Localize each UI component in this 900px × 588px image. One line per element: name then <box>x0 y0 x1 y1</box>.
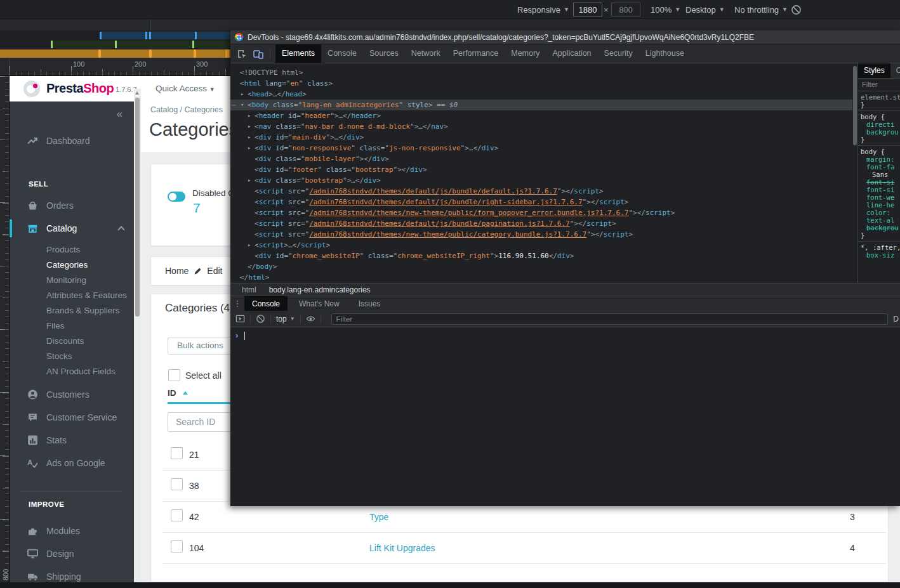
dom-breadcrumb-body[interactable]: body.lang-en.admincategories <box>269 285 371 294</box>
dom-tree-node[interactable]: ▸<header id="header">…</header> <box>230 110 852 121</box>
sidebar-item-customers[interactable]: Customers <box>10 383 134 406</box>
styles-tab-styles[interactable]: Styles <box>858 63 890 78</box>
zoom-select[interactable]: 100%▼ <box>651 0 680 19</box>
devtools-tab-elements[interactable]: Elements <box>275 44 321 63</box>
sidebar-subitem-products[interactable]: Products <box>10 242 134 258</box>
media-query-bar-blue[interactable] <box>100 32 230 39</box>
sidebar-subitem-an-product-fields[interactable]: AN Product Fields <box>10 364 134 379</box>
expand-arrow-icon[interactable]: ▸ <box>248 132 251 143</box>
devtools-tab-lighthouse[interactable]: Lighthouse <box>639 44 691 63</box>
dom-tree-node[interactable]: ▸<div class="bootstrap">…</div> <box>230 175 852 186</box>
sidebar-scrollbar[interactable] <box>134 89 141 582</box>
tab-edit[interactable]: Edit <box>207 266 222 276</box>
sidebar-collapse-button[interactable]: « <box>10 101 134 129</box>
console-messages-area[interactable]: › <box>230 327 900 506</box>
dom-tree-node[interactable]: ▸<nav class="nav-bar d-none d-md-block">… <box>230 121 852 132</box>
sidebar-item-design[interactable]: Design <box>10 542 134 565</box>
devtools-tab-performance[interactable]: Performance <box>447 44 505 63</box>
dom-tree-node[interactable]: </body> <box>230 261 852 272</box>
throttling-select[interactable]: No throttling▼ <box>734 0 788 19</box>
expand-arrow-icon[interactable]: ▸ <box>248 175 251 186</box>
create-live-expression-icon[interactable] <box>306 314 315 323</box>
prestashop-logo-icon[interactable] <box>23 81 40 97</box>
sidebar-item-dashboard[interactable]: Dashboard <box>10 129 134 152</box>
sidebar-item-stats[interactable]: Stats <box>10 429 134 452</box>
dom-tree-node[interactable]: ▸<div id="main-div">…</div> <box>230 132 852 143</box>
drawer-tab-what-s-new[interactable]: What's New <box>291 296 347 311</box>
console-filter-input[interactable]: Filter <box>331 313 889 325</box>
sidebar-subitem-brands-suppliers[interactable]: Brands & Suppliers <box>10 303 134 318</box>
styles-tab-co[interactable]: Co <box>890 63 900 78</box>
media-query-bar-green[interactable] <box>51 41 230 48</box>
elements-scrollbar[interactable] <box>852 63 857 283</box>
drawer-tab-console[interactable]: Console <box>244 296 288 311</box>
dom-tree-node[interactable]: </html> <box>230 272 852 283</box>
sidebar-item-modules[interactable]: Modules <box>10 519 134 542</box>
clear-console-icon[interactable] <box>256 314 265 323</box>
device-type-select[interactable]: Desktop▼ <box>685 0 725 19</box>
scrollbar-up-arrow-icon[interactable] <box>135 91 139 95</box>
sidebar-subitem-files[interactable]: Files <box>10 318 134 334</box>
expand-arrow-icon[interactable]: ▸ <box>248 143 251 154</box>
dom-tree-node[interactable]: <script src="/admin768stndvd/themes/new-… <box>230 207 852 218</box>
dom-tree-node[interactable]: ⋯▾<body class="lang-en admincategories" … <box>230 100 852 110</box>
devtools-tab-network[interactable]: Network <box>405 44 447 63</box>
row-checkbox[interactable] <box>171 540 183 552</box>
devtools-tab-sources[interactable]: Sources <box>363 44 405 63</box>
kebab-menu-icon[interactable]: ⋮ <box>230 299 244 308</box>
media-query-bar-orange[interactable] <box>0 49 230 58</box>
dom-tree-node[interactable]: ▸<head>…</head> <box>230 89 852 100</box>
sidebar-subitem-categories[interactable]: Categories <box>10 258 134 273</box>
breadcrumb[interactable]: Catalog / Categories <box>150 105 223 114</box>
devtools-tab-security[interactable]: Security <box>598 44 639 63</box>
javascript-context-select[interactable]: top▼ <box>276 315 295 323</box>
sidebar-subitem-stocks[interactable]: Stocks <box>10 349 134 364</box>
devtools-titlebar[interactable]: DevTools - stage69.4x4liftkits.com.au/ad… <box>230 30 900 44</box>
toggle-device-toolbar-icon[interactable] <box>253 49 263 59</box>
dom-tree-node[interactable]: <script src="/admin768stndvd/themes/defa… <box>230 218 852 229</box>
viewport-width-input[interactable]: 1880 <box>573 0 602 19</box>
devtools-tab-console[interactable]: Console <box>321 44 363 63</box>
expand-arrow-icon[interactable]: ▸ <box>248 110 251 121</box>
expand-arrow-icon[interactable]: ▸ <box>241 89 244 100</box>
sidebar-item-catalog[interactable]: Catalog <box>10 217 134 240</box>
sidebar-subitem-discounts[interactable]: Discounts <box>10 334 134 349</box>
dom-breadcrumb-html[interactable]: html <box>242 285 256 294</box>
sidebar-item-ads-on-google[interactable]: AAds on Google <box>10 452 134 474</box>
default-levels-select[interactable]: D <box>893 315 899 323</box>
dom-tree-node[interactable]: <div id="footer" class="bootstrap"></div… <box>230 164 852 175</box>
expand-arrow-icon[interactable]: ▸ <box>248 240 251 251</box>
scrollbar-thumb[interactable] <box>135 98 140 317</box>
drawer-tab-issues[interactable]: Issues <box>351 296 388 311</box>
collapse-arrow-icon[interactable]: ▾ <box>241 100 244 110</box>
dom-tree-node[interactable]: <script src="/admin768stndvd/themes/new-… <box>230 229 852 240</box>
show-console-sidebar-icon[interactable] <box>235 314 245 323</box>
sidebar-item-orders[interactable]: Orders <box>10 194 134 217</box>
no-throttling-icon[interactable] <box>791 0 802 19</box>
inspect-element-icon[interactable] <box>237 49 247 59</box>
sidebar-item-customer-service[interactable]: Customer Service <box>10 406 134 429</box>
category-link[interactable]: Type <box>369 512 388 522</box>
select-all-checkbox[interactable] <box>168 369 180 381</box>
styles-filter-input[interactable]: Filter <box>858 79 900 91</box>
disabled-categories-toggle[interactable] <box>168 192 185 202</box>
expand-arrow-icon[interactable]: ▸ <box>248 121 251 132</box>
device-mode-select[interactable]: Responsive▼ <box>517 0 569 19</box>
dom-tree-node[interactable]: ▸<div id="non-responsive" class="js-non-… <box>230 143 852 154</box>
category-link[interactable]: Lift Kit Upgrades <box>369 543 435 553</box>
dom-tree-node[interactable]: <script src="/admin768stndvd/themes/defa… <box>230 186 852 197</box>
quick-access-dropdown[interactable]: Quick Access ▼ <box>156 84 215 93</box>
dom-tree-node[interactable]: <div class="mobile-layer"></div> <box>230 154 852 164</box>
viewport-height-input[interactable]: 800 <box>611 0 640 19</box>
row-checkbox[interactable] <box>171 509 183 521</box>
id-column-header[interactable]: ID <box>168 388 176 398</box>
devtools-tab-application[interactable]: Application <box>546 44 597 63</box>
devtools-tab-memory[interactable]: Memory <box>505 44 546 63</box>
dom-tree-node[interactable]: <script src="/admin768stndvd/themes/defa… <box>230 197 852 207</box>
row-checkbox[interactable] <box>171 447 183 459</box>
scrollbar-thumb[interactable] <box>853 66 857 145</box>
sort-ascending-icon[interactable] <box>183 391 188 395</box>
row-checkbox[interactable] <box>171 478 183 490</box>
dom-tree-node[interactable]: ▸<script>…</script> <box>230 240 852 251</box>
sidebar-subitem-monitoring[interactable]: Monitoring <box>10 273 134 288</box>
